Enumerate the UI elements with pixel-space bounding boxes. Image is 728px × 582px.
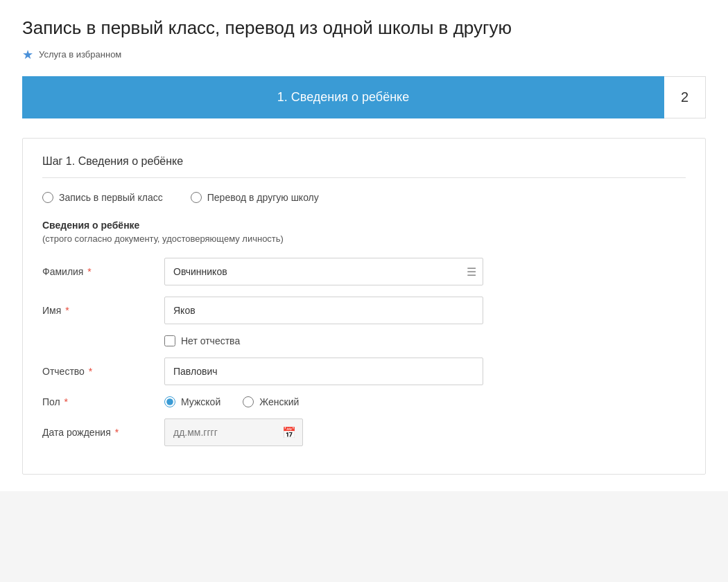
gender-label: Пол *	[42, 396, 153, 407]
no-patronymic-row: Нет отчества	[164, 335, 686, 346]
dob-label: Дата рождения *	[42, 427, 153, 438]
gender-male-radio[interactable]	[164, 396, 175, 407]
star-icon: ★	[22, 47, 33, 62]
gender-male-option[interactable]: Мужской	[164, 396, 220, 407]
child-info-subtitle: (строго согласно документу, удостоверяющ…	[42, 233, 686, 244]
gender-group: Мужской Женский	[164, 396, 299, 407]
patronymic-input[interactable]	[164, 358, 483, 385]
radio-transfer[interactable]: Перевод в другую школу	[191, 192, 319, 203]
radio-first-grade-input[interactable]	[42, 192, 53, 203]
required-indicator: *	[85, 266, 91, 277]
gender-male-label: Мужской	[181, 396, 220, 407]
last-name-input-wrapper: ☰	[164, 258, 483, 285]
no-patronymic-checkbox[interactable]	[164, 335, 175, 346]
patronymic-label: Отчество *	[42, 366, 153, 377]
calendar-icon: 📅	[282, 425, 296, 439]
dob-input-wrapper: 📅	[164, 418, 303, 446]
last-name-input[interactable]	[164, 258, 483, 285]
first-name-label: Имя *	[42, 305, 153, 316]
form-section-title: Шаг 1. Сведения о ребёнке	[42, 155, 686, 178]
step-tabs: 1. Сведения о ребёнке 2	[22, 76, 706, 118]
dob-row: Дата рождения * 📅	[42, 418, 686, 446]
favorite-label: Услуга в избранном	[39, 49, 121, 60]
form-card: Шаг 1. Сведения о ребёнке Запись в первы…	[22, 138, 706, 475]
last-name-row: Фамилия * ☰	[42, 258, 686, 285]
step-tab-1[interactable]: 1. Сведения о ребёнке	[22, 76, 664, 118]
required-indicator: *	[112, 427, 119, 438]
required-indicator: *	[62, 305, 69, 316]
service-type-group: Запись в первый класс Перевод в другую ш…	[42, 192, 686, 203]
child-info-title: Сведения о ребёнке	[42, 220, 686, 231]
required-indicator: *	[86, 366, 92, 377]
step-tab-2[interactable]: 2	[664, 76, 706, 118]
radio-first-grade-label: Запись в первый класс	[59, 192, 163, 203]
gender-female-label: Женский	[259, 396, 299, 407]
no-patronymic-label[interactable]: Нет отчества	[181, 335, 240, 346]
first-name-row: Имя *	[42, 297, 686, 324]
last-name-label: Фамилия *	[42, 266, 153, 277]
first-name-input[interactable]	[164, 297, 483, 324]
page-title: Запись в первый класс, перевод из одной …	[22, 17, 706, 40]
required-indicator: *	[62, 396, 68, 407]
gender-female-radio[interactable]	[243, 396, 254, 407]
radio-transfer-input[interactable]	[191, 192, 202, 203]
patronymic-row: Отчество *	[42, 358, 686, 385]
radio-transfer-label: Перевод в другую школу	[207, 192, 319, 203]
gender-row: Пол * Мужской Женский	[42, 396, 686, 407]
menu-icon: ☰	[467, 265, 476, 278]
radio-first-grade[interactable]: Запись в первый класс	[42, 192, 163, 203]
favorite-bar[interactable]: ★ Услуга в избранном	[22, 47, 706, 62]
gender-female-option[interactable]: Женский	[243, 396, 299, 407]
